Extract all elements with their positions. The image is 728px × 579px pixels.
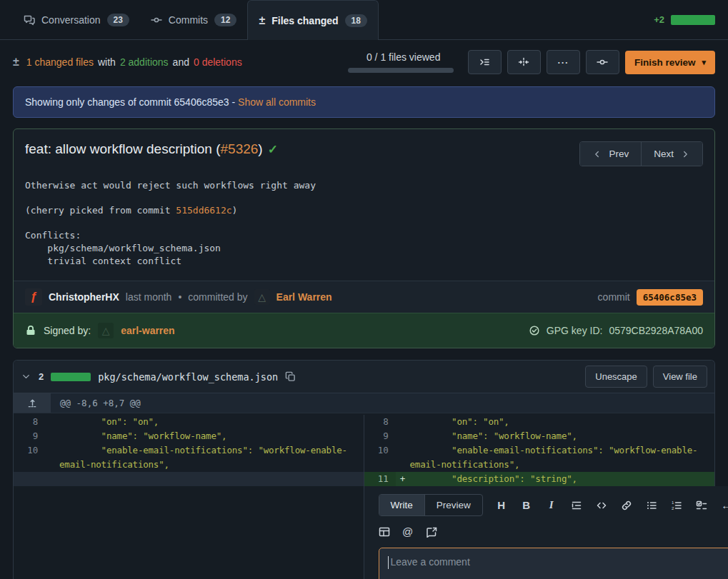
commit-filter-banner: Showing only changes of commit 65406c85e… — [13, 86, 715, 118]
hunk-header-text: @@ -8,6 +8,7 @@ — [51, 393, 150, 413]
reference-icon[interactable] — [426, 526, 437, 538]
link-icon[interactable] — [621, 500, 632, 511]
tab-conversation[interactable]: Conversation 23 — [13, 0, 140, 39]
file-header-buttons: Unescape View file — [585, 366, 707, 388]
summary-with-text: with — [98, 56, 116, 68]
commit-select-button[interactable] — [586, 50, 619, 74]
cherry-pick-hash-link[interactable]: 515dd6612c — [176, 205, 231, 216]
line-number: 8 — [14, 415, 45, 429]
file-path: pkg/schema/workflow_schema.json — [98, 371, 278, 383]
tab-files-changed[interactable]: ± Files changed 18 — [247, 0, 379, 40]
files-changed-count-badge: 18 — [345, 14, 367, 27]
commit-title-text: feat: allow workflow description ( — [25, 141, 221, 156]
heading-icon[interactable]: H — [496, 499, 507, 511]
text-cursor — [388, 556, 389, 569]
unescape-button[interactable]: Unescape — [585, 366, 647, 388]
diff-right-side: 8 "on": "on", 9 "name": "workflow-name",… — [364, 415, 715, 486]
show-all-commits-link[interactable]: Show all commits — [238, 96, 316, 108]
prev-commit-button[interactable]: Prev — [580, 142, 641, 166]
changed-files-link[interactable]: 1 changed files — [26, 56, 94, 68]
tab-write[interactable]: Write — [379, 495, 424, 515]
commits-count-badge: 12 — [214, 14, 236, 26]
pr-tab-bar: Conversation 23 Commits 12 ± Files chang… — [0, 0, 728, 40]
issue-link[interactable]: #5326 — [221, 141, 259, 156]
diff-added-row[interactable]: 11 + "description": "string", — [364, 472, 715, 486]
additions-text: 2 additions — [120, 56, 169, 68]
comment-placeholder: Leave a comment — [391, 556, 470, 568]
quote-icon[interactable] — [571, 500, 582, 511]
gpg-key-value: 0579CB2928A78A00 — [609, 325, 703, 336]
unindent-icon[interactable]: ← — [721, 499, 728, 511]
diff-stats: +2 — [654, 0, 715, 39]
italic-icon[interactable]: I — [546, 499, 557, 511]
tab-commits-label: Commits — [169, 14, 208, 26]
split-diff: 8 "on": "on", 9 "name": "workflow-name",… — [14, 413, 714, 486]
commit-label: commit — [598, 291, 630, 303]
diff-row[interactable]: 10 "enable-email-notifications": "workfl… — [364, 443, 715, 472]
tab-commits[interactable]: Commits 12 — [140, 0, 248, 39]
committed-by-text: committed by — [188, 291, 247, 303]
line-marker — [45, 415, 59, 429]
commit-pager: Prev Next — [579, 141, 703, 166]
tab-preview[interactable]: Preview — [424, 495, 482, 515]
line-code: "enable-email-notifications": "workflow-… — [410, 443, 715, 472]
commit-message-conflicts: Conflicts: pkg/schema/workflow_schema.js… — [25, 229, 703, 268]
next-commit-button[interactable]: Next — [641, 142, 702, 166]
ordered-list-icon[interactable]: 12 — [671, 500, 682, 511]
committer-name-link[interactable]: Earl Warren — [276, 291, 332, 303]
task-list-icon[interactable] — [696, 500, 707, 511]
conversation-count-badge: 23 — [107, 14, 129, 26]
commit-hash-group: commit 65406c85e3 — [598, 289, 703, 306]
commit-meta-row: ƒ ChristopherHX last month • committed b… — [14, 281, 714, 313]
expand-hunk-button[interactable] — [14, 393, 51, 413]
svg-text:1: 1 — [672, 500, 674, 505]
diff-row[interactable]: 8 "on": "on", — [364, 415, 715, 429]
author-avatar[interactable]: ƒ — [25, 288, 42, 306]
gpg-key-group: GPG key ID: 0579CB2928A78A00 — [529, 325, 703, 336]
cherry-pre-text: (cherry picked from commit — [25, 205, 176, 216]
line-code: "on": "on", — [410, 415, 715, 429]
diff-row[interactable]: 10 "enable-email-notifications": "workfl… — [14, 443, 364, 472]
ellipsis-icon: ··· — [557, 57, 569, 68]
lock-icon — [25, 325, 36, 336]
diff-row[interactable]: 9 "name": "workflow-name", — [14, 429, 364, 443]
next-label: Next — [654, 148, 674, 159]
comment-textarea[interactable]: Leave a comment — [379, 548, 728, 579]
committer-avatar[interactable]: △ — [254, 289, 270, 305]
finish-review-button[interactable]: Finish review ▾ — [625, 51, 715, 74]
split-view-toggle-button[interactable] — [507, 50, 541, 74]
file-tree-toggle-button[interactable] — [468, 50, 502, 74]
commit-hash-badge[interactable]: 65406c85e3 — [637, 289, 703, 306]
copy-path-icon[interactable] — [285, 371, 296, 382]
line-code: "enable-email-notifications": "workflow-… — [59, 443, 364, 472]
collapse-file-icon[interactable] — [21, 371, 31, 382]
signer-avatar[interactable]: △ — [98, 323, 114, 338]
summary-and-text: and — [173, 56, 189, 68]
diff-icon: ± — [13, 56, 19, 69]
finish-review-label: Finish review — [634, 57, 696, 68]
editor-toolbar-row: Write Preview H B I — [379, 494, 728, 516]
diff-row[interactable]: 8 "on": "on", — [14, 415, 364, 429]
mention-icon[interactable]: @ — [402, 525, 414, 538]
code-icon[interactable] — [596, 500, 607, 511]
table-icon[interactable] — [379, 526, 390, 538]
signer-name-link[interactable]: earl-warren — [121, 325, 174, 336]
bold-icon[interactable]: B — [521, 499, 532, 511]
line-number: 11 — [364, 472, 396, 486]
view-file-button[interactable]: View file — [653, 366, 707, 388]
hunk-header-row: @@ -8,6 +8,7 @@ — [14, 393, 714, 413]
line-marker — [396, 443, 410, 472]
line-number: 8 — [364, 415, 396, 429]
author-name-link[interactable]: ChristopherHX — [49, 291, 119, 303]
file-tree-icon — [479, 56, 490, 68]
diff-row[interactable]: 9 "name": "workflow-name", — [364, 429, 715, 443]
chevron-down-icon: ▾ — [702, 58, 706, 67]
unordered-list-icon[interactable] — [646, 500, 657, 511]
diff-options-button[interactable]: ··· — [547, 50, 580, 74]
diff-left-side: 8 "on": "on", 9 "name": "workflow-name",… — [14, 415, 364, 486]
commit-message: Otherwise act would reject such workflow… — [14, 172, 714, 281]
formatting-toolbar: H B I 12 — [496, 499, 728, 511]
line-number: 9 — [14, 429, 45, 443]
diff-toolbar: 0 / 1 files viewed ··· Finish review ▾ — [348, 50, 715, 74]
addition-marker: + — [396, 472, 410, 486]
